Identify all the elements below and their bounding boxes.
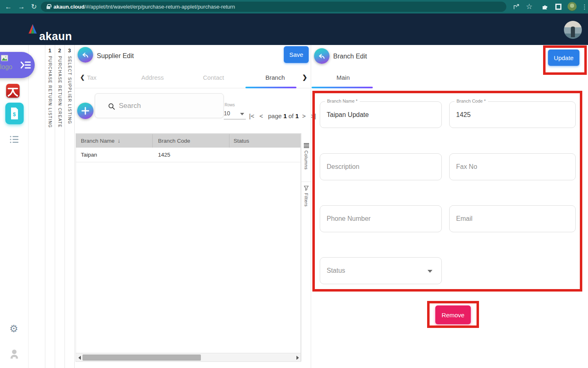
brand-name: akaun	[39, 30, 72, 43]
da-app-icon[interactable]	[6, 84, 20, 98]
scroll-right-icon[interactable]	[296, 356, 299, 360]
page-prev-button[interactable]: <	[259, 112, 263, 119]
add-branch-button[interactable]	[77, 103, 94, 119]
tab-contact[interactable]: Contact	[203, 74, 224, 81]
tab-main[interactable]: Main	[336, 74, 350, 81]
browser-chrome: ← → ↻ akaun.cloud/#/applet/tnt/wavelet/e…	[0, 0, 588, 13]
branch-code-input[interactable]	[456, 102, 563, 128]
update-button[interactable]: Update	[548, 49, 579, 66]
page-label: page	[268, 112, 281, 119]
tabs-scroll-left-icon[interactable]: ❮	[80, 74, 85, 81]
page-total: 1	[295, 112, 298, 119]
rows-per-page-select[interactable]: 10	[224, 110, 246, 119]
bookmark-star-icon[interactable]: ☆	[526, 0, 532, 13]
page-next-button[interactable]: >	[302, 112, 306, 119]
browser-forward-icon[interactable]: →	[18, 0, 25, 13]
browser-back-icon[interactable]: ←	[5, 0, 12, 13]
url-path: /#/applet/tnt/wavelet/erp/purchase-retur…	[85, 4, 235, 10]
main-tab-underline	[312, 87, 373, 88]
branch-back-button[interactable]	[314, 48, 330, 64]
col-branch-code[interactable]: Branch Code	[158, 138, 190, 144]
description-field[interactable]	[320, 153, 442, 180]
tab-tax[interactable]: Tax	[87, 74, 96, 81]
active-tab-underline	[245, 87, 296, 88]
horizontal-scrollbar[interactable]	[76, 353, 301, 362]
tab-address[interactable]: Address	[141, 74, 164, 81]
user-profile-icon[interactable]	[10, 348, 19, 359]
side-panel-icon[interactable]	[555, 4, 561, 10]
scrollbar-thumb[interactable]	[82, 355, 201, 361]
page-current: 1	[283, 112, 287, 119]
phone-number-field[interactable]	[320, 205, 442, 232]
lock-icon	[47, 6, 50, 9]
email-field[interactable]	[449, 205, 576, 232]
filter-icon	[304, 186, 309, 191]
page-first-button[interactable]: |<	[249, 112, 254, 119]
supplier-back-button[interactable]	[78, 47, 93, 63]
browser-profile-avatar[interactable]	[568, 2, 577, 11]
chevron-down-icon	[428, 270, 432, 273]
search-field[interactable]	[95, 93, 224, 118]
divider	[74, 45, 75, 368]
chevron-down-icon	[240, 113, 244, 115]
table-row[interactable]: Taipan 1425	[76, 148, 301, 162]
step-tab-purchase-return-create[interactable]: 2 PURCHASE RETURN CREATE	[55, 47, 65, 128]
user-avatar[interactable]	[564, 21, 582, 39]
extensions-puzzle-icon[interactable]	[541, 3, 548, 10]
status-input[interactable]	[327, 258, 430, 284]
sort-desc-icon[interactable]: ↓	[118, 138, 120, 144]
address-bar[interactable]: akaun.cloud/#/applet/tnt/wavelet/erp/pur…	[41, 2, 506, 12]
scroll-left-icon[interactable]	[78, 356, 81, 360]
remove-button[interactable]: Remove	[435, 305, 471, 324]
phone-number-input[interactable]	[327, 206, 430, 232]
col-branch-name[interactable]: Branch Name ↓	[81, 138, 120, 144]
app-header: akaun	[0, 13, 588, 45]
settings-gear-icon[interactable]: ⚙	[9, 323, 18, 334]
screen: ← → ↻ akaun.cloud/#/applet/tnt/wavelet/e…	[0, 0, 588, 368]
logo-alt-text: logo	[0, 63, 12, 71]
pagination: |< < page 1 of 1 > >|	[249, 112, 316, 119]
kebab-menu-icon[interactable]: ⋮	[581, 0, 588, 13]
list-menu-icon[interactable]	[10, 135, 19, 144]
email-input[interactable]	[456, 206, 563, 232]
collapse-menu-icon[interactable]	[20, 60, 31, 70]
columns-tool-button[interactable]: Columns	[301, 143, 311, 170]
akaun-logo-icon	[27, 23, 38, 35]
broken-image-icon	[1, 55, 8, 61]
branch-code-field[interactable]: Branch Code *	[449, 101, 576, 128]
url-host: akaun.cloud	[53, 4, 85, 10]
billing-app-icon[interactable]: $	[5, 103, 24, 124]
browser-reload-icon[interactable]: ↻	[31, 0, 37, 13]
svg-text:$: $	[13, 111, 16, 117]
table-header-row: Branch Name ↓ Branch Code Status	[76, 134, 301, 148]
fax-no-input[interactable]	[456, 154, 563, 180]
fax-no-field[interactable]	[449, 153, 576, 180]
step-tab-purchase-return-listing[interactable]: 1 PURCHASE RETURN LISTING	[45, 47, 55, 128]
panel-divider	[311, 45, 311, 368]
page-last-button[interactable]: >|	[311, 112, 316, 119]
rows-label: Rows	[225, 103, 235, 107]
branch-panel-title: Branch Edit	[333, 53, 367, 60]
filters-tool-button[interactable]: Filters	[301, 186, 311, 206]
cell-branch-code: 1425	[158, 152, 170, 158]
search-icon	[108, 103, 115, 110]
step-tab-select-supplier-listing[interactable]: 3 SELECT SUPPLIER LISTING	[65, 47, 74, 124]
status-select[interactable]	[320, 257, 442, 284]
columns-icon	[304, 143, 309, 148]
supplier-panel-title: Supplier Edit	[97, 52, 134, 60]
cell-branch-name: Taipan	[81, 152, 97, 158]
col-status[interactable]: Status	[234, 138, 249, 144]
description-input[interactable]	[327, 154, 430, 180]
page-of-label: of	[289, 112, 294, 119]
share-icon[interactable]	[513, 3, 520, 10]
branch-table: Branch Name ↓ Branch Code Status Taipan …	[76, 133, 301, 361]
tab-branch[interactable]: Branch	[265, 74, 285, 81]
branch-name-field[interactable]: Branch Name *	[320, 101, 442, 128]
branch-name-input[interactable]	[327, 102, 430, 128]
search-input[interactable]	[119, 102, 221, 110]
table-tools-strip: Columns Filters	[301, 133, 311, 361]
applet-logo-pill[interactable]: logo	[0, 52, 35, 78]
tabs-scroll-right-icon[interactable]: ❯	[302, 74, 307, 81]
save-button[interactable]: Save	[284, 46, 309, 63]
